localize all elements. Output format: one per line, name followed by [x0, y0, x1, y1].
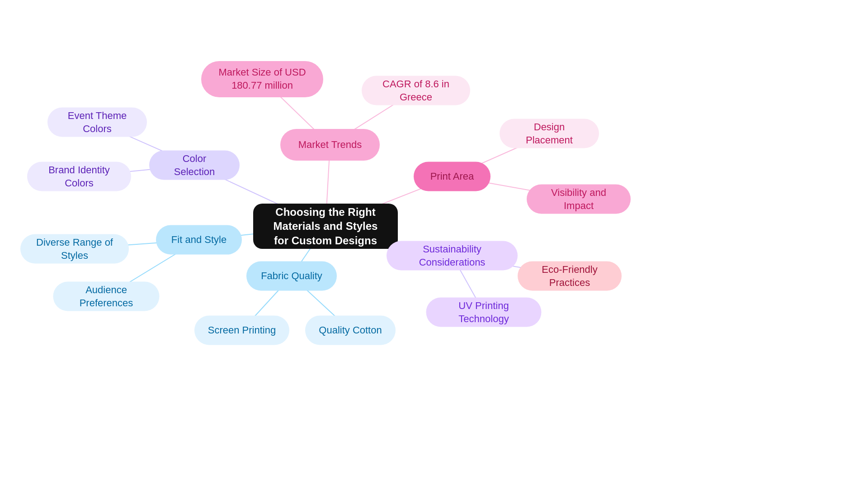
node-event-theme: Event Theme Colors [47, 108, 147, 137]
node-sustainability: Sustainability Considerations [387, 241, 518, 271]
node-uv-printing: UV Printing Technology [426, 298, 542, 327]
node-visibility-impact: Visibility and Impact [527, 185, 631, 214]
node-print-area: Print Area [414, 162, 491, 191]
node-audience-prefs: Audience Preferences [53, 282, 160, 311]
node-quality-cotton: Quality Cotton [305, 316, 396, 345]
node-brand-identity: Brand Identity Colors [27, 162, 131, 191]
node-cagr: CAGR of 8.6 in Greece [362, 76, 470, 105]
node-color-selection: Color Selection [149, 151, 240, 180]
node-screen-printing: Screen Printing [194, 316, 289, 345]
node-market-trends: Market Trends [280, 129, 380, 161]
mindmap-container: Choosing the Right Materials and Styles … [0, 0, 868, 490]
node-fabric-quality: Fabric Quality [246, 262, 337, 291]
node-market-size: Market Size of USD 180.77 million [201, 61, 323, 97]
center-node: Choosing the Right Materials and Styles … [253, 204, 398, 249]
node-design-placement: Design Placement [500, 119, 599, 148]
node-diverse-styles: Diverse Range of Styles [20, 234, 129, 264]
node-eco-friendly: Eco-Friendly Practices [518, 262, 622, 291]
node-fit-style: Fit and Style [156, 225, 242, 255]
